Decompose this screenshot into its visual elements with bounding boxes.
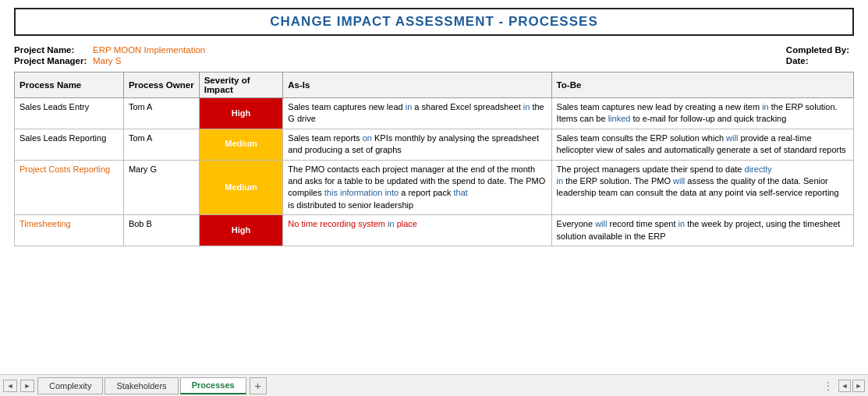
header-to-be: To-Be [551, 72, 853, 98]
cell-to-be: Everyone will record time spent in the w… [551, 215, 853, 246]
header-severity: Severity of Impact [199, 72, 283, 98]
cell-severity: High [199, 98, 283, 129]
cell-owner: Bob B [123, 215, 199, 246]
page-title: CHANGE IMPACT ASSESSMENT - PROCESSES [270, 14, 597, 29]
completed-by-row: Completed By: [786, 45, 854, 55]
project-name-label: Project Name: [14, 45, 88, 55]
meta-left: Project Name: ERP MOON Implementation Pr… [14, 45, 205, 65]
cell-owner: Mary G [123, 160, 199, 215]
scroll-controls: ⋮ ◄ ► [823, 380, 865, 392]
scroll-right-btn[interactable]: ► [852, 380, 865, 392]
cell-as-is: The PMO contacts each project manager at… [283, 160, 551, 215]
project-name-row: Project Name: ERP MOON Implementation [14, 45, 205, 55]
title-box: CHANGE IMPACT ASSESSMENT - PROCESSES [14, 8, 854, 36]
header-as-is: As-Is [283, 72, 551, 98]
completed-by-label: Completed By: [786, 45, 849, 55]
table-section: Process Name Process Owner Severity of I… [14, 72, 854, 246]
cell-severity: Medium [199, 129, 283, 160]
table-row: TimesheetingBob BHighNo time recording s… [15, 215, 854, 246]
impact-table: Process Name Process Owner Severity of I… [14, 72, 854, 246]
header-process-name: Process Name [15, 72, 124, 98]
tab-add-button[interactable]: + [250, 377, 267, 394]
cell-as-is: No time recording system in place [283, 215, 551, 246]
table-row: Sales Leads EntryTom AHighSales team cap… [15, 98, 854, 129]
cell-as-is: Sales team captures new lead in a shared… [283, 98, 551, 129]
scroll-left-btn[interactable]: ◄ [838, 380, 851, 392]
project-manager-row: Project Manager: Mary S [14, 56, 205, 65]
table-header-row: Process Name Process Owner Severity of I… [15, 72, 854, 98]
project-manager-label: Project Manager: [14, 56, 88, 65]
cell-severity: Medium [199, 160, 283, 215]
cell-to-be: Sales team consults the ERP solution whi… [551, 129, 853, 160]
cell-as-is: Sales team reports on KPIs monthly by an… [283, 129, 551, 160]
cell-process-name: Project Costs Reporting [15, 160, 124, 215]
date-row: Date: [786, 56, 854, 65]
dots-separator: ⋮ [823, 380, 834, 392]
tab-bar: ◄ ► Complexity Stakeholders Processes + … [0, 374, 868, 396]
cell-owner: Tom A [123, 98, 199, 129]
header-process-owner: Process Owner [123, 72, 199, 98]
table-row: Project Costs ReportingMary GMediumThe P… [15, 160, 854, 215]
meta-row: Project Name: ERP MOON Implementation Pr… [14, 45, 854, 65]
project-manager-value: Mary S [93, 56, 121, 65]
date-label: Date: [786, 56, 809, 65]
meta-right: Completed By: Date: [786, 45, 854, 65]
cell-process-name: Sales Leads Entry [15, 98, 124, 129]
cell-process-name: Sales Leads Reporting [15, 129, 124, 160]
tab-processes[interactable]: Processes [180, 377, 246, 394]
cell-to-be: Sales team captures new lead by creating… [551, 98, 853, 129]
tab-nav-next[interactable]: ► [20, 380, 34, 392]
main-content: CHANGE IMPACT ASSESSMENT - PROCESSES Pro… [0, 0, 868, 374]
tab-complexity[interactable]: Complexity [37, 377, 103, 394]
table-row: Sales Leads ReportingTom AMediumSales te… [15, 129, 854, 160]
project-name-value: ERP MOON Implementation [93, 45, 205, 55]
cell-to-be: The project managers update their spend … [551, 160, 853, 215]
tab-stakeholders[interactable]: Stakeholders [105, 377, 178, 394]
cell-process-name: Timesheeting [15, 215, 124, 246]
spreadsheet-wrapper: CHANGE IMPACT ASSESSMENT - PROCESSES Pro… [0, 0, 868, 396]
cell-severity: High [199, 215, 283, 246]
cell-owner: Tom A [123, 129, 199, 160]
tab-nav-prev[interactable]: ◄ [3, 380, 17, 392]
